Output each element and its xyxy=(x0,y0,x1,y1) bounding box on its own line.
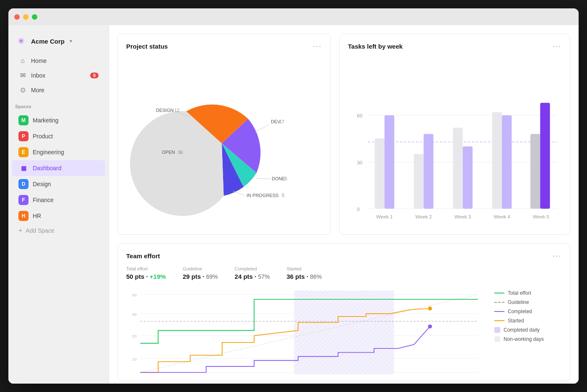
legend-total-effort-label: Total effort xyxy=(508,290,531,296)
inprogress-label: IN PROGRESS xyxy=(247,193,278,198)
add-space-button[interactable]: + Add Space xyxy=(12,224,105,237)
home-label: Home xyxy=(31,57,47,64)
legend-guideline: Guideline xyxy=(494,299,561,305)
add-space-label: Add Space xyxy=(26,227,55,234)
week4-label: Week 4 xyxy=(493,214,510,219)
legend-guideline-label: Guideline xyxy=(508,299,529,305)
maximize-button[interactable] xyxy=(32,14,37,20)
stat-completed: Completed 24 pts · 57% xyxy=(235,266,270,280)
svg-text:50: 50 xyxy=(132,293,137,297)
stat-guideline-label: Guideline xyxy=(183,266,218,271)
bar-w4-dark xyxy=(502,115,512,209)
legend-completed-daily-label: Completed daily xyxy=(504,327,540,333)
svg-line-2 xyxy=(233,191,245,196)
more-label: More xyxy=(31,87,44,93)
stat-guideline: Guideline 29 pts · 69% xyxy=(183,266,218,280)
bar-w1-dark xyxy=(384,115,394,209)
week3-label: Week 3 xyxy=(455,214,471,219)
week2-label: Week 2 xyxy=(415,214,431,219)
bar-w2-light xyxy=(414,154,423,208)
design-count: 12 xyxy=(174,108,179,113)
company-header[interactable]: ✳ Acme Corp ▾ xyxy=(8,32,109,54)
started-dot xyxy=(428,306,432,311)
legend-completed-daily-icon xyxy=(494,327,500,333)
svg-text:60: 60 xyxy=(357,113,362,118)
legend-started-label: Started xyxy=(508,318,524,324)
svg-text:0: 0 xyxy=(357,206,360,212)
tasks-header: Tasks left by week ··· xyxy=(348,42,561,50)
more-icon: ⊙ xyxy=(18,86,27,94)
week1-label: Week 1 xyxy=(376,214,392,219)
effort-stats: Total effort 50 pts · +19% Guideline 29 … xyxy=(126,266,561,280)
effort-more-button[interactable]: ··· xyxy=(553,252,561,260)
bar-w2-dark xyxy=(423,134,433,208)
sidebar-item-dashboard[interactable]: ▦ Dashboard xyxy=(12,160,105,176)
finance-icon: F xyxy=(18,195,29,205)
sidebar-item-engineering[interactable]: E Engineering xyxy=(12,144,105,160)
tasks-more-button[interactable]: ··· xyxy=(553,42,561,50)
nonworking-region xyxy=(294,291,394,374)
stat-total-change: +19% xyxy=(150,273,166,280)
line-chart: 50 40 30 20 xyxy=(126,288,486,376)
done-label: DONE xyxy=(272,176,285,181)
effort-header: Team effort ··· xyxy=(126,252,561,260)
legend-started: Started xyxy=(494,318,561,324)
engineering-label: Engineering xyxy=(33,149,64,156)
top-row: Project status ··· xyxy=(117,34,570,235)
stat-total-label: Total effort xyxy=(126,266,166,271)
legend-total-effort-icon xyxy=(494,293,504,293)
project-status-more-button[interactable]: ··· xyxy=(313,42,322,50)
line-chart-container: 50 40 30 20 xyxy=(126,288,486,372)
design-label: DESIGN xyxy=(156,108,174,113)
legend-guideline-icon xyxy=(494,302,504,303)
add-space-icon: + xyxy=(18,227,22,234)
svg-text:30: 30 xyxy=(357,160,362,165)
app-window: ✳ Acme Corp ▾ ⌂ Home ✉ Inbox 9 ⊙ More Sp… xyxy=(8,8,579,384)
logo-icon: ✳ xyxy=(15,35,27,47)
svg-text:30: 30 xyxy=(132,334,137,338)
home-icon: ⌂ xyxy=(18,57,27,65)
spaces-label: Spaces xyxy=(8,97,109,112)
completed-dot xyxy=(428,325,432,329)
effort-title: Team effort xyxy=(126,252,160,260)
legend-completed-icon xyxy=(494,311,504,312)
legend-completed: Completed xyxy=(494,309,561,314)
project-status-header: Project status ··· xyxy=(126,42,322,50)
dashboard-icon: ▦ xyxy=(18,163,29,173)
team-effort-card: Team effort ··· Total effort 50 pts · +1… xyxy=(117,243,570,381)
sidebar-item-inbox[interactable]: ✉ Inbox 9 xyxy=(12,68,105,83)
app-content: ✳ Acme Corp ▾ ⌂ Home ✉ Inbox 9 ⊙ More Sp… xyxy=(8,25,579,384)
stat-total: Total effort 50 pts · +19% xyxy=(126,266,166,280)
pie-chart-container: DEV 17 DONE 5 IN PROGRESS 5 OPEN xyxy=(126,57,322,226)
chevron-down-icon: ▾ xyxy=(70,38,72,44)
stat-started-value: 36 pts · 86% xyxy=(286,273,322,280)
effort-body: 50 40 30 20 xyxy=(126,288,561,372)
sidebar-item-product[interactable]: P Product xyxy=(12,128,105,144)
sidebar-item-hr[interactable]: H HR xyxy=(12,208,105,224)
done-count: 5 xyxy=(285,176,287,181)
sidebar-item-finance[interactable]: F Finance xyxy=(12,192,105,208)
sidebar-item-marketing[interactable]: M Marketing xyxy=(12,112,105,128)
marketing-icon: M xyxy=(18,115,29,125)
minimize-button[interactable] xyxy=(23,14,29,20)
finance-label: Finance xyxy=(33,197,54,203)
sidebar-item-design[interactable]: D Design xyxy=(12,176,105,192)
design-label: Design xyxy=(33,181,51,187)
stat-guideline-value: 29 pts · 69% xyxy=(183,273,218,280)
tasks-title: Tasks left by week xyxy=(348,43,403,50)
open-label: OPEN xyxy=(162,150,175,155)
dev-count: 17 xyxy=(279,119,284,124)
legend-non-working-label: Non-working days xyxy=(504,336,544,342)
close-button[interactable] xyxy=(14,14,20,20)
svg-line-0 xyxy=(255,125,269,132)
sidebar-item-home[interactable]: ⌂ Home xyxy=(12,54,105,68)
bar-w4-light xyxy=(492,112,502,208)
bar-chart: 0 30 60 xyxy=(348,57,561,227)
pie-chart: DEV 17 DONE 5 IN PROGRESS 5 OPEN xyxy=(144,70,304,213)
marketing-label: Marketing xyxy=(33,117,58,124)
week5-label: Week 5 xyxy=(533,214,549,219)
legend-non-working-icon xyxy=(494,336,500,342)
sidebar: ✳ Acme Corp ▾ ⌂ Home ✉ Inbox 9 ⊙ More Sp… xyxy=(8,25,109,384)
dashboard-label: Dashboard xyxy=(33,165,62,171)
sidebar-item-more[interactable]: ⊙ More xyxy=(12,83,105,97)
